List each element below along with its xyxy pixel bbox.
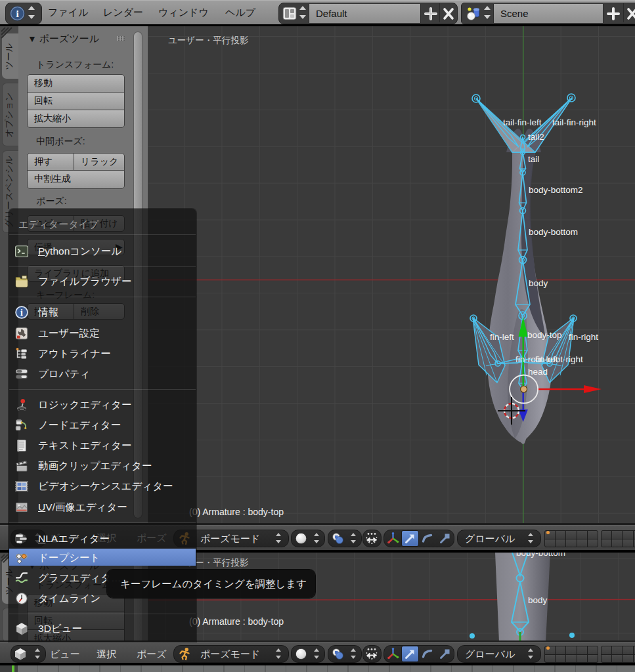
svg-text:tail-fin-right: tail-fin-right bbox=[552, 117, 596, 127]
svg-text:fin-root-right: fin-root-right bbox=[535, 354, 583, 364]
svg-text:head: head bbox=[528, 367, 548, 377]
svg-text:body: body bbox=[528, 595, 548, 605]
svg-text:tail2: tail2 bbox=[528, 132, 544, 142]
svg-text:tail-fin-left: tail-fin-left bbox=[503, 117, 542, 127]
svg-text:body-bottom2: body-bottom2 bbox=[529, 185, 583, 195]
svg-text:body: body bbox=[529, 278, 548, 288]
svg-text:body-top: body-top bbox=[527, 330, 562, 340]
svg-text:tail: tail bbox=[528, 154, 539, 164]
svg-text:fin-left: fin-left bbox=[490, 332, 514, 342]
svg-text:body-bottom: body-bottom bbox=[529, 227, 578, 237]
svg-text:i: i bbox=[16, 9, 18, 19]
svg-text:i: i bbox=[20, 308, 23, 318]
svg-text:fin-right: fin-right bbox=[569, 332, 598, 342]
